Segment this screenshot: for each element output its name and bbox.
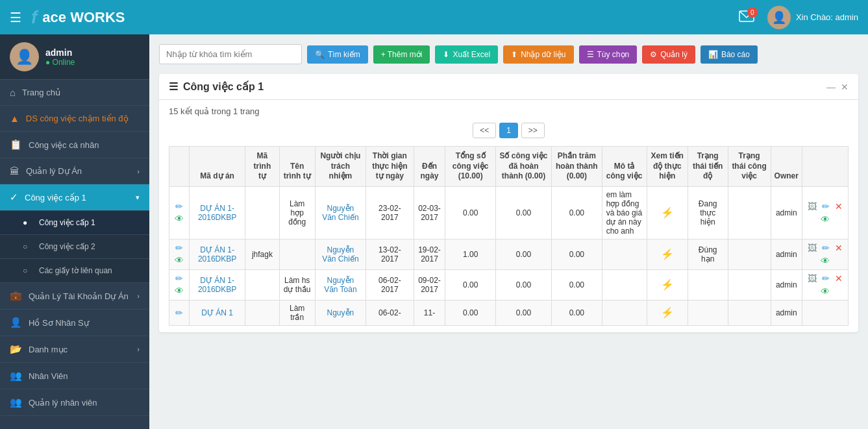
sidebar-item-related-docs-sub[interactable]: ○ Các giấy tờ liên quan [0,259,149,283]
edit3-icon[interactable]: ✏ [822,243,830,253]
check-icon: ✓ [10,191,18,203]
prev-page-button[interactable]: << [473,123,496,138]
logo-f-icon: f [31,7,37,28]
page1-button[interactable]: 1 [499,123,518,138]
cell-ten-trinh-tu: Làm hs dự thầu [279,269,315,300]
cell-nguoi-chu-trach: Nguyễn Văn Chiến [315,239,366,269]
project-link4[interactable]: DỰ ÁN 1 [201,308,233,317]
cell-ma-trinh-tu [245,269,279,300]
home-icon: ⌂ [10,87,16,98]
import-button[interactable]: ⬆ Nhập dữ liệu [503,45,573,64]
col-header-ma-du-an: Mã dự án [190,147,245,187]
edit-icon3[interactable]: ✏ [175,273,183,284]
project-link2[interactable]: DỰ ÁN 1-2016DKBP [198,245,236,264]
close-button[interactable]: ✕ [841,82,849,92]
image2-icon[interactable]: 🖼 [808,243,817,253]
edit-icon[interactable]: ✏ [175,243,183,253]
sidebar-item-staff-mgmt[interactable]: 👥 Quản lý nhân viên [0,389,149,416]
sidebar-item-task1-sub[interactable]: ● Công việc cấp 1 [0,211,149,235]
bolt-icon2[interactable]: ⚡ [661,249,674,260]
sidebar-item-catalog[interactable]: 📂 Danh mục › [0,336,149,363]
mail-icon[interactable]: 0 [739,10,754,24]
col-header-trang-thai-td: Trạng thái tiến độ [688,147,728,187]
col-header-ma-trinh-tu: Mã trình tự [245,147,279,187]
sidebar-user: 👤 admin ● Online [0,34,149,80]
bolt-icon4[interactable]: ⚡ [661,307,674,318]
cell-tong-so: 0.00 [445,300,496,325]
sidebar-sub-task1: ● Công việc cấp 1 ○ Công việc cấp 2 ○ Cá… [0,211,149,283]
search-input[interactable] [159,44,302,64]
sidebar-item-late-tasks[interactable]: ▲ DS công việc chậm tiến độ [0,106,149,132]
person-link2[interactable]: Nguyễn Văn Chiến [322,245,358,264]
cell-bolt: ⚡ [647,300,688,325]
eye2-icon[interactable]: 👁 [821,214,830,225]
custom-button[interactable]: ☰ Tùy chọn [579,45,638,64]
person-link3[interactable]: Nguyễn Văn Toàn [324,276,357,294]
bolt-icon3[interactable]: ⚡ [661,279,674,290]
sidebar-label-catalog: Danh mục [29,345,68,354]
mail-badge: 0 [747,7,758,18]
search-button[interactable]: 🔍 Tìm kiếm [307,45,368,64]
edit4-icon[interactable]: ✏ [822,273,830,284]
report-button[interactable]: 📊 Báo cáo [701,45,758,64]
cell-trang-thai-td [688,269,728,300]
eye3-icon[interactable]: 👁 [821,256,830,266]
excel-button[interactable]: ⬇ Xuất Excel [435,45,498,64]
cell-owner: admin [771,239,802,269]
main-panel: ☰ Công việc cấp 1 — ✕ 15 kết quả trong 1… [159,74,858,332]
add-button[interactable]: + Thêm mới [373,45,430,64]
eye4-icon[interactable]: 👁 [821,286,830,297]
delete-icon[interactable]: ✕ [835,201,843,212]
sidebar-item-account-mgmt[interactable]: 💼 Quản Lý Tài Khoản Dự Án › [0,283,149,310]
sidebar-status: ● Online [45,58,75,67]
cell-trang-thai-cv [728,269,771,300]
image3-icon[interactable]: 🖼 [808,273,817,284]
sidebar-item-staff[interactable]: 👥 Nhân Viên [0,363,149,389]
sidebar-label-docs-sub: Các giấy tờ liên quan [39,266,112,275]
minimize-button[interactable]: — [826,82,836,92]
sidebar-label-project: Quản lý Dự Án [26,166,82,176]
panel-header: ☰ Công việc cấp 1 — ✕ [159,74,858,100]
view-icon[interactable]: 👁 [175,255,184,265]
chevron-right-icon: › [137,167,140,175]
project-link[interactable]: DỰ ÁN 1-2016DKBP [198,204,236,222]
cell-owner: admin [771,300,802,325]
user-avatar-top: 👤 [767,6,791,29]
cell-ma-du-an: DỰ ÁN 1-2016DKBP [190,269,245,300]
sidebar-username: admin [45,47,75,58]
cell-tong-so: 0.00 [445,269,496,300]
hamburger-button[interactable]: ☰ [10,10,21,25]
manage-button[interactable]: ⚙ Quản lý [642,45,695,64]
bolt-icon[interactable]: ⚡ [661,207,674,218]
cell-ten-trinh-tu: Làm trần [279,300,315,325]
sidebar-item-task2-sub[interactable]: ○ Công việc cấp 2 [0,235,149,259]
person-link4[interactable]: Nguyễn [327,308,354,317]
image-icon[interactable]: 🖼 [808,201,817,212]
delete3-icon[interactable]: ✕ [835,273,843,284]
table-row: ✏ DỰ ÁN 1 Làm trần Nguyễn 06-02- 11- 0.0… [169,300,849,325]
sidebar-item-project-mgmt[interactable]: 🏛 Quản lý Dự Án › [0,158,149,184]
view-icon[interactable]: 👁 [175,214,184,224]
delete2-icon[interactable]: ✕ [835,243,843,253]
cell-trang-thai-cv [728,186,771,239]
sidebar-item-home[interactable]: ⌂ Trang chủ [0,80,149,106]
sidebar-label-home: Trang chủ [22,88,60,97]
view-icon3[interactable]: 👁 [175,286,184,296]
cell-mo-ta: em làm hợp đồng và báo giá dự án này cho… [602,186,647,239]
person-link[interactable]: Nguyễn Văn Chiến [322,204,358,222]
cell-row-actions: 🖼 ✏ ✕ 👁 [802,239,848,269]
next-page-button[interactable]: >> [521,123,545,138]
cell-den-ngay: 11- [414,300,445,325]
sidebar-item-hr[interactable]: 👤 Hồ Sơ Nhân Sự [0,310,149,336]
sidebar-item-task-level1[interactable]: ✓ Công việc cấp 1 ▾ [0,184,149,211]
cell-ma-du-an: DỰ ÁN 1-2016DKBP [190,239,245,269]
content-area: 🔍 Tìm kiếm + Thêm mới ⬇ Xuất Excel ⬆ Nhậ… [149,34,868,429]
cell-mo-ta [602,269,647,300]
edit2-icon[interactable]: ✏ [822,201,830,212]
edit-icon4[interactable]: ✏ [175,308,183,318]
sidebar-item-personal[interactable]: 📋 Công việc cá nhân [0,132,149,158]
circle-icon: ○ [23,242,32,251]
project-link3[interactable]: DỰ ÁN 1-2016DKBP [198,276,236,294]
edit-icon[interactable]: ✏ [175,201,183,212]
project-icon: 🏛 [10,165,19,177]
